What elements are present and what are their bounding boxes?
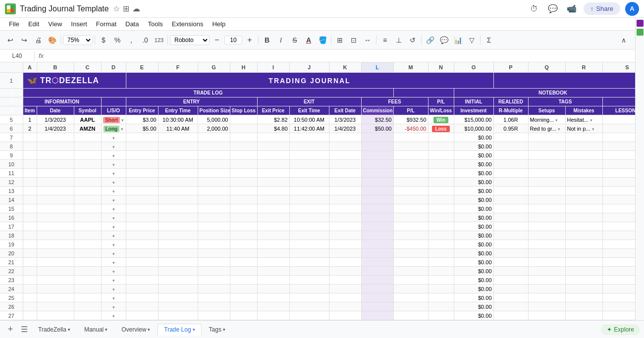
sheet-tab-manual[interactable]: Manual ▾	[78, 324, 114, 336]
menu-extensions[interactable]: Extensions	[168, 19, 208, 29]
journal-title: TRADING JOURNAL	[126, 73, 493, 89]
font-size-minus[interactable]: −	[211, 34, 223, 47]
sidebar-toggle-1[interactable]	[637, 20, 644, 27]
col-E[interactable]: E	[126, 62, 158, 73]
redo-button[interactable]: ↪	[18, 34, 31, 47]
sheets-menu-button[interactable]: ☰	[18, 323, 31, 336]
col-Q[interactable]: Q	[528, 62, 565, 73]
font-size-input[interactable]	[224, 36, 242, 45]
fx-icon: fx	[35, 52, 48, 59]
number-format-button[interactable]: 123	[153, 34, 165, 47]
fill-color-button[interactable]: 🪣	[316, 34, 329, 47]
print-button[interactable]: 🖨	[32, 34, 45, 47]
col-A[interactable]: A	[23, 62, 37, 73]
col-G[interactable]: G	[198, 62, 230, 73]
share-button[interactable]: ↑ Share	[584, 2, 620, 15]
svg-rect-2	[7, 9, 10, 12]
menu-view[interactable]: View	[44, 19, 66, 29]
col-R[interactable]: R	[565, 62, 602, 73]
italic-button[interactable]: I	[274, 34, 287, 47]
empty-row-13: 13▾$0.00	[0, 187, 635, 195]
wrap-button[interactable]: ↔	[361, 34, 374, 47]
currency-button[interactable]: $	[97, 34, 110, 47]
merge-button[interactable]: ⊡	[347, 34, 360, 47]
halign-button[interactable]: ≡	[378, 34, 391, 47]
col-J[interactable]: J	[289, 62, 329, 73]
paint-format-button[interactable]: 🎨	[46, 34, 58, 47]
cell-reference[interactable]: L40	[0, 51, 35, 60]
empty-row-9: 9▾$0.00	[0, 151, 635, 160]
loss-badge-2: Loss	[432, 126, 449, 132]
sheet-tab-overview[interactable]: Overview ▾	[115, 324, 157, 336]
col-K[interactable]: K	[329, 62, 361, 73]
rotate-button[interactable]: ↺	[406, 34, 419, 47]
grid-wrapper[interactable]: A B C D E F G H I J K L M N O P Q	[0, 62, 635, 320]
sidebar-toggle-2[interactable]	[637, 29, 644, 36]
empty-row-12: 12▾$0.00	[0, 178, 635, 187]
col-P[interactable]: P	[493, 62, 528, 73]
empty-row-20: 20▾$0.00	[0, 249, 635, 258]
col-N[interactable]: N	[428, 62, 454, 73]
row-4-cols: 4 Item Date Symbol L/S/O Entry Price Ent…	[0, 106, 635, 115]
formula-bar: L40 fx	[0, 49, 644, 62]
borders-button[interactable]: ⊞	[333, 34, 346, 47]
empty-row-26: 26▾$0.00	[0, 302, 635, 311]
tab-dropdown-arrow-3: ▾	[148, 327, 150, 332]
empty-row-17: 17▾$0.00	[0, 222, 635, 231]
menu-help[interactable]: Help	[208, 19, 229, 29]
history-icon[interactable]: ⏱	[527, 2, 541, 16]
col-S[interactable]: S	[602, 62, 635, 73]
comment-icon[interactable]: 💬	[546, 2, 560, 16]
bold-button[interactable]: B	[261, 34, 273, 47]
menu-tools[interactable]: Tools	[144, 19, 166, 29]
percent-button[interactable]: %	[111, 34, 124, 47]
explore-button[interactable]: ✦ Explore	[601, 324, 640, 335]
font-select[interactable]: Roboto Arial	[170, 35, 210, 45]
svg-rect-0	[7, 5, 10, 8]
menu-format[interactable]: Format	[92, 19, 120, 29]
strikethrough-button[interactable]: S	[288, 34, 301, 47]
menu-data[interactable]: Data	[121, 19, 143, 29]
col-O[interactable]: O	[454, 62, 493, 73]
collapse-toolbar-button[interactable]: ∧	[617, 34, 630, 47]
col-L[interactable]: L	[361, 62, 393, 73]
cloud-icon[interactable]: ☁	[132, 4, 140, 13]
empty-row-19: 19▾$0.00	[0, 240, 635, 249]
tab-dropdown-arrow-2: ▾	[105, 327, 107, 332]
empty-row-11: 11▾$0.00	[0, 169, 635, 178]
col-I[interactable]: I	[257, 62, 289, 73]
empty-row-24: 24▾$0.00	[0, 285, 635, 293]
grid-icon[interactable]: ⊞	[123, 4, 129, 13]
valign-button[interactable]: ⊥	[392, 34, 405, 47]
font-size-plus[interactable]: +	[243, 34, 256, 47]
add-sheet-button[interactable]: +	[4, 323, 17, 336]
col-C[interactable]: C	[74, 62, 101, 73]
zoom-select[interactable]: 75% 100%	[63, 35, 93, 45]
menu-insert[interactable]: Insert	[67, 19, 91, 29]
sheet-tab-tags[interactable]: Tags ▾	[203, 324, 232, 336]
col-F[interactable]: F	[158, 62, 198, 73]
sheet-tab-tradezella[interactable]: TradeZella ▾	[32, 324, 77, 336]
col-D[interactable]: D	[101, 62, 126, 73]
meet-icon[interactable]: 📹	[565, 2, 579, 16]
star-icon[interactable]: ☆	[113, 4, 120, 13]
row-1-logo: 1 🦋 TR⬡DEZELLA TRADING JOURNAL	[0, 73, 635, 89]
comma-button[interactable]: ,	[125, 34, 138, 47]
undo-button[interactable]: ↩	[4, 34, 17, 47]
decimal-button[interactable]: .0	[139, 34, 152, 47]
sigma-button[interactable]: Σ	[483, 34, 495, 47]
col-H[interactable]: H	[230, 62, 257, 73]
empty-row-8: 8▾$0.00	[0, 142, 635, 151]
explore-icon: ✦	[607, 326, 612, 333]
col-M[interactable]: M	[393, 62, 428, 73]
link-button[interactable]: 🔗	[424, 34, 436, 47]
avatar[interactable]: A	[625, 2, 639, 16]
col-B[interactable]: B	[37, 62, 74, 73]
menu-edit[interactable]: Edit	[24, 19, 43, 29]
sheet-tab-tradelog[interactable]: Trade Log ▾	[158, 324, 201, 336]
comment-button[interactable]: 💬	[437, 34, 450, 47]
menu-file[interactable]: File	[5, 19, 23, 29]
filter-button[interactable]: ▽	[465, 34, 478, 47]
chart-button[interactable]: 📊	[451, 34, 464, 47]
text-color-button[interactable]: A	[302, 34, 315, 47]
